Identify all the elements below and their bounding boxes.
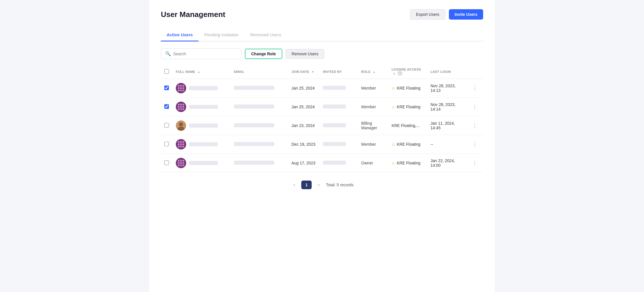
row-checkbox-2[interactable]	[164, 104, 169, 109]
name-cell	[176, 83, 227, 93]
user-role: Member	[358, 98, 388, 116]
tab-active-users[interactable]: Active Users	[161, 29, 199, 41]
col-header-joindate[interactable]: Join Date ▼	[288, 65, 319, 79]
current-page-button[interactable]: 1	[301, 181, 312, 189]
svg-point-24	[178, 141, 180, 143]
user-license: ⚠KRE Floating	[388, 98, 427, 116]
svg-point-19	[182, 108, 184, 110]
col-header-email: Email	[230, 65, 288, 79]
header-actions: Export Users Invite Users	[410, 9, 483, 20]
row-checkbox-3[interactable]	[164, 123, 169, 128]
invite-users-button[interactable]: Invite Users	[449, 9, 483, 20]
col-header-fullname[interactable]: Full Name ▲	[172, 65, 230, 79]
col-header-actions	[466, 65, 483, 79]
table-row: Dec 19, 2023Member⚠KRE Floating--⋮	[161, 135, 483, 154]
sort-arrow-license: ▲	[393, 72, 396, 75]
user-lastlogin: Jan 22, 2024, 14:00	[427, 154, 466, 172]
svg-point-28	[180, 143, 182, 145]
user-role: Owner	[358, 154, 388, 172]
svg-point-40	[178, 164, 180, 166]
user-lastlogin: Jan 11, 2024, 14:45	[427, 116, 466, 135]
svg-point-32	[182, 146, 184, 147]
tabs-container: Active Users Pending Invitation Removed …	[161, 29, 483, 41]
row-checkbox-4[interactable]	[164, 142, 169, 146]
remove-users-button[interactable]: Remove Users	[286, 49, 325, 59]
svg-point-35	[180, 160, 182, 162]
svg-point-41	[180, 164, 182, 166]
sort-arrow-fullname: ▲	[197, 70, 200, 73]
user-email	[234, 142, 274, 146]
sort-arrow-joindate: ▼	[311, 70, 314, 73]
search-input[interactable]	[173, 52, 237, 56]
col-header-license[interactable]: License Access ▲ ⓘ	[388, 65, 427, 79]
user-fullname	[189, 161, 218, 165]
user-role: Billing Manager	[358, 116, 388, 135]
svg-point-2	[180, 85, 182, 87]
user-role: Member	[358, 135, 388, 154]
user-license: ⚠KRE Floating	[388, 135, 427, 154]
prev-page-button[interactable]: ‹	[291, 181, 298, 189]
table-row: Jan 25, 2024Member⚠KRE FloatingNov 28, 2…	[161, 98, 483, 116]
row-checkbox-1[interactable]	[164, 86, 169, 90]
row-more-button[interactable]: ⋮	[470, 103, 480, 111]
license-text: KRE Floating	[397, 86, 420, 90]
change-role-button[interactable]: Change Role	[245, 49, 282, 59]
tab-pending-invitation[interactable]: Pending Invitation	[199, 29, 244, 41]
svg-point-13	[182, 104, 184, 105]
svg-point-7	[178, 90, 180, 91]
svg-point-18	[180, 108, 182, 110]
total-records: Total: 5 records	[326, 183, 353, 187]
svg-point-26	[182, 141, 184, 143]
avatar	[176, 83, 186, 93]
col-header-lastlogin: Last Login	[427, 65, 466, 79]
license-text: KRE Floating	[397, 161, 420, 165]
export-users-button[interactable]: Export Users	[410, 9, 445, 20]
pagination: ‹ 1 › Total: 5 records	[161, 181, 483, 189]
user-license: ⚠KRE Floating	[388, 154, 427, 172]
svg-point-39	[182, 162, 184, 164]
next-page-button[interactable]: ›	[315, 181, 322, 189]
col-header-role[interactable]: Role ▲	[358, 65, 388, 79]
svg-point-31	[180, 146, 182, 147]
svg-point-36	[182, 160, 184, 162]
svg-point-1	[178, 85, 180, 87]
row-checkbox-5[interactable]	[164, 160, 169, 165]
license-info-icon[interactable]: ⓘ	[398, 71, 402, 76]
license-warning-icon: ⚠	[392, 105, 395, 109]
user-lastlogin: --	[427, 135, 466, 154]
avatar	[176, 102, 186, 112]
avatar	[176, 120, 186, 131]
avatar	[176, 158, 186, 168]
user-license: KRE Floating,...	[388, 116, 427, 135]
user-email	[234, 86, 274, 90]
user-invitedby	[323, 142, 346, 146]
user-invitedby	[323, 123, 346, 127]
user-invitedby	[323, 86, 346, 90]
row-more-button[interactable]: ⋮	[470, 84, 480, 92]
svg-point-25	[180, 141, 182, 143]
user-fullname	[189, 105, 218, 109]
name-cell	[176, 139, 227, 149]
table-row: Aug 17, 2023Owner⚠KRE FloatingJan 22, 20…	[161, 154, 483, 172]
user-fullname	[189, 142, 218, 146]
svg-point-16	[182, 106, 184, 108]
svg-point-14	[178, 106, 180, 108]
svg-point-34	[178, 160, 180, 162]
avatar	[176, 139, 186, 149]
svg-point-3	[182, 85, 184, 87]
search-box: 🔍	[161, 48, 241, 59]
row-more-button[interactable]: ⋮	[470, 121, 480, 130]
tab-removed-users[interactable]: Removed Users	[244, 29, 287, 41]
user-license: ⚠KRE Floating	[388, 79, 427, 98]
license-warning-icon: ⚠	[392, 161, 395, 165]
select-all-checkbox[interactable]	[164, 69, 169, 74]
svg-point-21	[179, 122, 183, 126]
user-lastlogin: Nov 28, 2023, 14:13	[427, 79, 466, 98]
user-joindate: Jan 23, 2024	[288, 116, 319, 135]
row-more-button[interactable]: ⋮	[470, 140, 480, 149]
row-more-button[interactable]: ⋮	[470, 159, 480, 167]
svg-point-29	[182, 143, 184, 145]
svg-point-12	[180, 104, 182, 105]
users-table: Full Name ▲ Email Join Date ▼ Invited By…	[161, 65, 483, 172]
license-text: KRE Floating	[397, 105, 420, 109]
